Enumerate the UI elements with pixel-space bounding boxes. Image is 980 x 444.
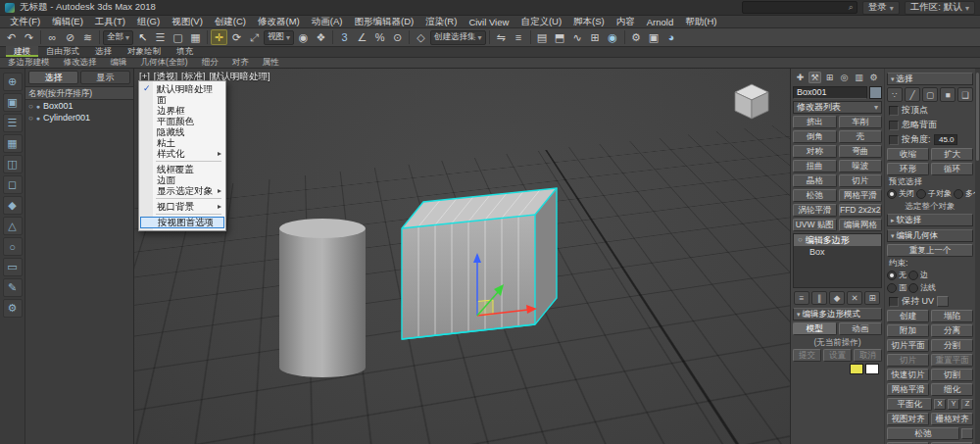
menubar-item[interactable]: 文件(F)	[4, 16, 46, 28]
ribbon-tab[interactable]: 自由形式	[38, 46, 87, 57]
menubar-item[interactable]: 图形编辑器(D)	[348, 16, 419, 28]
object-color-swatch[interactable]	[869, 86, 882, 99]
planar-button[interactable]: 平面化	[887, 398, 932, 411]
preview-radio[interactable]: 多个	[954, 188, 975, 199]
modifier-button[interactable]: 弯曲	[839, 145, 883, 158]
configure-modifier-sets-icon[interactable]: ⊞	[864, 291, 880, 305]
modifier-button[interactable]: 网格平滑	[839, 189, 883, 202]
grid-align-button[interactable]: 栅格对齐	[931, 413, 973, 425]
select-by-name-icon[interactable]: ☰	[152, 29, 169, 45]
select-and-scale-icon[interactable]: ⤢	[246, 29, 263, 45]
modifier-list-dropdown[interactable]: 修改器列表	[793, 101, 882, 114]
frame-color-1-swatch[interactable]	[850, 364, 863, 374]
element-subobject-icon[interactable]: ❑	[957, 87, 973, 102]
menubar-item[interactable]: 工具(T)	[89, 16, 131, 28]
constraint-radio[interactable]: 边	[908, 270, 928, 280]
rollout-selection[interactable]: 选择	[887, 73, 973, 85]
context-menu-item[interactable]: 视口背景	[140, 201, 224, 212]
make-unique-icon[interactable]: ◆	[829, 291, 845, 305]
material-editor-icon[interactable]: ◉	[605, 29, 621, 45]
curve-editor-icon[interactable]: ∿	[569, 29, 586, 45]
modifier-button[interactable]: 噪波	[839, 160, 883, 173]
window-crossing-icon[interactable]: ▦	[187, 29, 204, 45]
explorer-grid-icon[interactable]: ▦	[3, 134, 23, 153]
menubar-item[interactable]: 动画(A)	[306, 16, 349, 28]
menubar-item[interactable]: 渲染(R)	[419, 16, 463, 28]
edit-geometry-button[interactable]: 附加	[887, 324, 929, 337]
explorer-sort-header[interactable]: 名称(按升序排序)	[25, 86, 133, 100]
select-and-link-icon[interactable]: ∞	[44, 29, 61, 45]
ring-button[interactable]: 环形	[887, 163, 929, 175]
menubar-item[interactable]: 帮助(H)	[679, 16, 722, 28]
explorer-lights-filter-icon[interactable]: △	[3, 217, 23, 235]
modifier-button[interactable]: FFD 2x2x2	[839, 204, 883, 217]
relax-settings-button[interactable]	[961, 428, 973, 439]
panel-scrollbar[interactable]	[975, 69, 980, 444]
context-menu-item[interactable]: 平面颜色	[140, 116, 224, 126]
planar-axis-button[interactable]: X	[934, 399, 946, 410]
modifier-button[interactable]: 倒角	[793, 130, 837, 143]
login-dropdown[interactable]: 登录	[862, 1, 900, 15]
ribbon-tab[interactable]: 建模	[6, 46, 38, 57]
edit-geometry-button[interactable]: 切片	[887, 354, 929, 367]
menubar-item[interactable]: 修改器(M)	[252, 16, 306, 28]
preserve-uvs-settings-button[interactable]	[937, 296, 949, 307]
ribbon-tab[interactable]: 选择	[87, 46, 120, 57]
explorer-shapes-filter-icon[interactable]: ◆	[3, 196, 23, 215]
constraint-radio[interactable]: 无	[887, 270, 906, 280]
explorer-edit-icon[interactable]: ✎	[3, 278, 23, 297]
vertex-subobject-icon[interactable]: ∵	[887, 87, 903, 102]
modifier-button[interactable]: 壳	[839, 130, 883, 143]
mode-action-button[interactable]: 取消	[854, 349, 882, 362]
schematic-view-icon[interactable]: ⊞	[587, 29, 604, 45]
constraint-radio[interactable]: 面	[887, 282, 906, 293]
undo-icon[interactable]: ↶	[3, 29, 20, 45]
align-icon[interactable]: ≡	[511, 29, 527, 45]
context-menu-item[interactable]: 边界框	[140, 105, 224, 116]
spinner-snap-icon[interactable]: ⊙	[389, 29, 406, 45]
context-menu-item[interactable]: 隐藏线	[140, 126, 224, 137]
reference-coordinate-dropdown[interactable]: 视图	[264, 30, 294, 45]
modifier-button[interactable]: 切片	[839, 174, 883, 187]
modifier-button[interactable]: 编辑网格	[839, 219, 883, 231]
by-vertex-checkbox[interactable]: 按顶点	[889, 104, 971, 117]
context-menu-item[interactable]: 面	[140, 94, 224, 105]
hierarchy-tab-icon[interactable]: ⊞	[823, 72, 836, 83]
polygon-subobject-icon[interactable]: ■	[940, 87, 956, 102]
menubar-item[interactable]: 创建(C)	[209, 16, 252, 28]
bind-to-space-warp-icon[interactable]: ≋	[79, 29, 96, 45]
modifier-button[interactable]: 车削	[839, 116, 883, 128]
view-align-button[interactable]: 视图对齐	[887, 413, 929, 425]
planar-axis-button[interactable]: Y	[948, 399, 959, 410]
edit-geometry-button[interactable]: 分离	[931, 324, 973, 337]
menubar-item[interactable]: 内容	[611, 16, 641, 28]
rollout-soft-selection[interactable]: 软选择	[887, 214, 973, 226]
explorer-display-icon[interactable]: ▣	[3, 93, 23, 112]
mode-action-button[interactable]: 设置	[823, 349, 852, 362]
preview-radio[interactable]: 子对象	[916, 188, 952, 199]
menubar-item[interactable]: 脚本(S)	[567, 16, 611, 28]
context-menu-item[interactable]: 默认明暗处理	[140, 83, 224, 94]
context-menu-item[interactable]: 边面	[140, 174, 224, 185]
select-object-icon[interactable]: ↖	[134, 29, 151, 45]
modifier-button[interactable]: 晶格	[793, 174, 837, 187]
use-pivot-center-icon[interactable]: ◉	[295, 29, 312, 45]
explorer-helpers-filter-icon[interactable]: ▭	[3, 258, 23, 276]
mirror-icon[interactable]: ⇋	[493, 29, 510, 45]
explorer-cameras-filter-icon[interactable]: ○	[3, 237, 23, 256]
mode-action-button[interactable]: 提交	[793, 349, 821, 362]
search-input[interactable]	[742, 1, 858, 14]
menubar-item[interactable]: 视图(V)	[166, 16, 209, 28]
menubar-item[interactable]: Civil View	[463, 17, 514, 27]
grow-button[interactable]: 扩大	[931, 148, 973, 161]
explorer-tab[interactable]: 选择	[28, 71, 78, 84]
menubar-item[interactable]: 编辑(E)	[46, 16, 89, 28]
preview-radio[interactable]: 关闭	[887, 188, 914, 199]
selection-region-icon[interactable]: ▢	[170, 29, 186, 45]
animate-mode-button[interactable]: 动画	[839, 322, 883, 335]
relax-button[interactable]: 松弛	[887, 427, 959, 440]
selection-filter-dropdown[interactable]: 全部	[103, 30, 133, 45]
render-setup-icon[interactable]: ⚙	[628, 29, 645, 45]
modifier-button[interactable]: 涡轮平滑	[793, 204, 837, 217]
angle-value-field[interactable]: 45.0	[934, 134, 957, 145]
